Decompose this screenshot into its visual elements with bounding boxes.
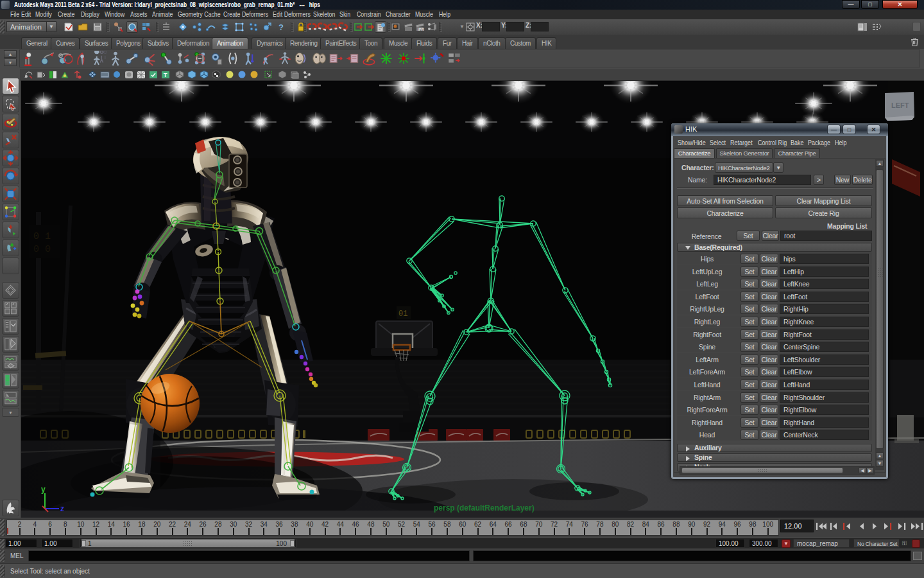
svg-text:01: 01 bbox=[398, 310, 407, 319]
svg-text:z: z bbox=[60, 504, 64, 513]
svg-text:T: T bbox=[164, 72, 167, 78]
svg-text:LEFT: LEFT bbox=[891, 101, 909, 109]
svg-text:persp (defaultRenderLayer): persp (defaultRenderLayer) bbox=[434, 504, 535, 512]
svg-text:IPR: IPR bbox=[418, 28, 425, 31]
svg-text:0 1: 0 1 bbox=[33, 231, 51, 242]
svg-text:0 0: 0 0 bbox=[33, 244, 51, 255]
svg-text:y: y bbox=[41, 485, 46, 494]
svg-text:?: ? bbox=[278, 22, 284, 32]
